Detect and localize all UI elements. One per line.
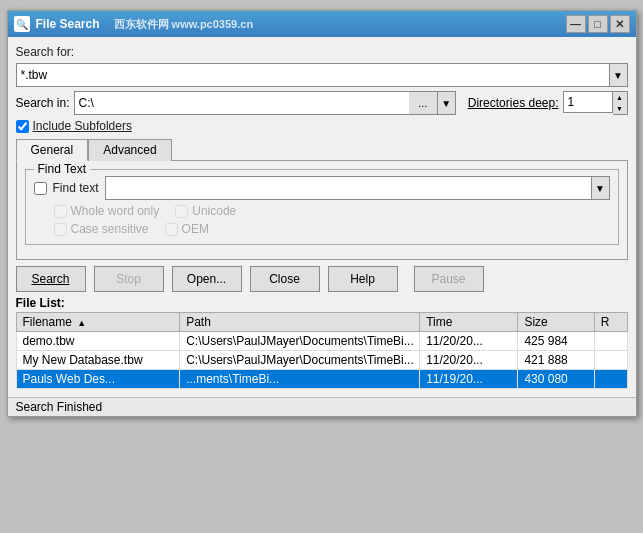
cell-filename: My New Database.tbw [16,351,180,370]
search-in-combo[interactable]: ... ▼ [74,91,456,115]
find-text-input[interactable] [106,177,591,199]
oem-checkbox [165,223,178,236]
table-row[interactable]: demo.tbwC:\Users\PaulJMayer\Documents\Ti… [16,332,627,351]
maximize-button[interactable]: □ [588,15,608,33]
directories-deep-spinner[interactable]: ▲ ▼ [563,91,628,115]
case-sensitive-checkbox [54,223,67,236]
table-row[interactable]: My New Database.tbwC:\Users\PaulJMayer\D… [16,351,627,370]
col-header-time-label: Time [426,315,452,329]
sort-arrow: ▲ [77,318,86,328]
find-text-combo[interactable]: ▼ [105,176,610,200]
search-button[interactable]: Search [16,266,86,292]
file-table-head: Filename ▲ Path Time Size [16,313,627,332]
cell-path: C:\Users\PaulJMayer\Documents\TimeBi... [180,351,420,370]
find-text-dropdown-arrow[interactable]: ▼ [591,177,609,199]
whole-word-option: Whole word only [54,204,160,218]
cell-r [594,351,627,370]
cell-time: 11/20/20... [420,351,518,370]
cell-path: C:\Users\PaulJMayer\Documents\TimeBi... [180,332,420,351]
cell-filename: demo.tbw [16,332,180,351]
unicode-checkbox [175,205,188,218]
case-sensitive-option: Case sensitive [54,222,149,236]
search-in-row: Search in: ... ▼ Directories deep: ▲ ▼ [16,91,628,115]
spinner-down[interactable]: ▼ [613,103,627,114]
find-text-group: Find Text Find text ▼ Whole word only [25,169,619,245]
file-list-section: File List: Filename ▲ Path [16,296,628,389]
col-header-size[interactable]: Size [518,313,594,332]
col-header-r-label: R [601,315,610,329]
whole-word-label: Whole word only [71,204,160,218]
include-subfolders-checkbox[interactable] [16,120,29,133]
search-in-input[interactable] [75,92,409,114]
tab-advanced[interactable]: Advanced [88,139,171,161]
search-for-input[interactable] [17,64,609,86]
action-buttons: Search Stop Open... Close Help Pause [16,266,628,292]
search-for-label: Search for: [16,45,75,59]
open-button[interactable]: Open... [172,266,242,292]
title-bar-left: 🔍 File Search 西东软件网 www.pc0359.cn [14,16,254,32]
help-button[interactable]: Help [328,266,398,292]
col-header-path-label: Path [186,315,211,329]
col-header-path[interactable]: Path [180,313,420,332]
browse-button[interactable]: ... [409,92,437,114]
cell-time: 11/19/20... [420,370,518,389]
col-header-time[interactable]: Time [420,313,518,332]
cell-path: ...ments\TimeBi... [180,370,420,389]
tabs: General Advanced [16,139,628,161]
main-content: Search for: ▼ Search in: ... ▼ Directori… [8,37,636,397]
cell-size: 421 888 [518,351,594,370]
col-header-r[interactable]: R [594,313,627,332]
table-row[interactable]: Pauls Web Des......ments\TimeBi...11/19/… [16,370,627,389]
status-bar: Search Finished [8,397,636,416]
cell-filename: Pauls Web Des... [16,370,180,389]
watermark: 西东软件网 www.pc0359.cn [114,17,254,32]
tab-general[interactable]: General [16,139,89,161]
search-in-label: Search in: [16,96,70,110]
spinner-up[interactable]: ▲ [613,92,627,103]
options-row: Whole word only Unicode [34,204,610,218]
file-list-label: File List: [16,296,628,310]
options-row-2: Case sensitive OEM [34,222,610,236]
find-text-row: Find text ▼ [34,176,610,200]
find-text-label: Find text [53,181,99,195]
search-for-dropdown-arrow[interactable]: ▼ [609,64,627,86]
search-for-combo[interactable]: ▼ [16,63,628,87]
pause-button[interactable]: Pause [414,266,484,292]
minimize-button[interactable]: — [566,15,586,33]
search-in-controls: ... ▼ [74,91,456,115]
status-text: Search Finished [16,400,103,414]
cell-r [594,332,627,351]
find-text-group-title: Find Text [34,162,90,176]
cell-size: 425 984 [518,332,594,351]
cell-r [594,370,627,389]
case-sensitive-label: Case sensitive [71,222,149,236]
include-subfolders-label: Include Subfolders [33,119,132,133]
find-text-checkbox[interactable] [34,182,47,195]
col-header-size-label: Size [524,315,547,329]
close-button[interactable]: ✕ [610,15,630,33]
unicode-option: Unicode [175,204,236,218]
title-controls: — □ ✕ [566,15,630,33]
unicode-label: Unicode [192,204,236,218]
cell-size: 430 080 [518,370,594,389]
file-table-body: demo.tbwC:\Users\PaulJMayer\Documents\Ti… [16,332,627,389]
directories-deep-input[interactable] [563,91,613,113]
file-list-container: Filename ▲ Path Time Size [16,312,628,389]
title-bar: 🔍 File Search 西东软件网 www.pc0359.cn — □ ✕ [8,11,636,37]
close-button[interactable]: Close [250,266,320,292]
oem-label: OEM [182,222,209,236]
table-header-row: Filename ▲ Path Time Size [16,313,627,332]
spinner-arrows: ▲ ▼ [613,91,628,115]
tab-content-general: Find Text Find text ▼ Whole word only [16,160,628,260]
app-icon: 🔍 [14,16,30,32]
stop-button[interactable]: Stop [94,266,164,292]
oem-option: OEM [165,222,209,236]
include-subfolders-row: Include Subfolders [16,119,628,133]
col-header-filename-label: Filename [23,315,72,329]
main-window: 🔍 File Search 西东软件网 www.pc0359.cn — □ ✕ … [7,10,637,417]
search-for-row: Search for: [16,45,628,59]
col-header-filename[interactable]: Filename ▲ [16,313,180,332]
search-for-input-row: ▼ [16,63,628,87]
directories-deep-label: Directories deep: [468,96,559,110]
search-in-dropdown-arrow[interactable]: ▼ [437,92,455,114]
